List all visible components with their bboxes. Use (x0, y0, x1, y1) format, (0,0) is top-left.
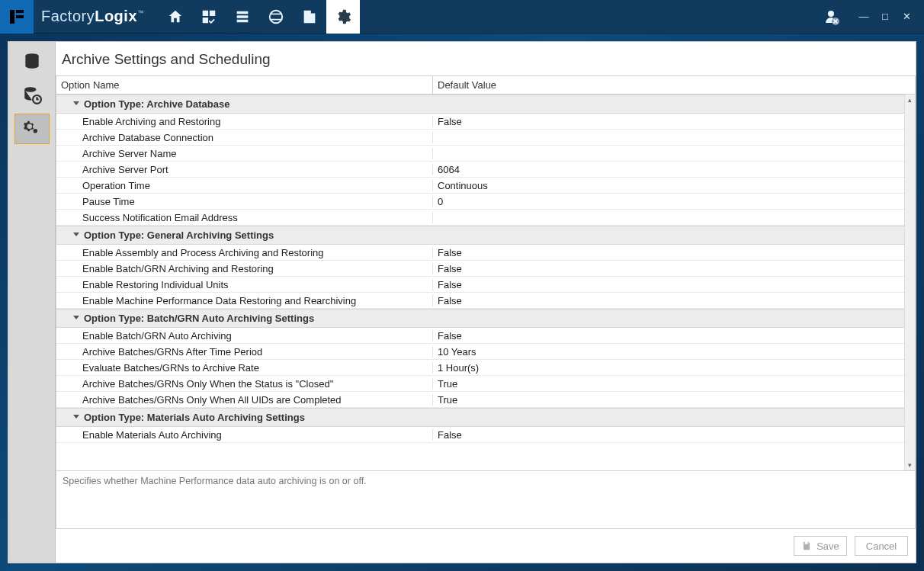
database-clock-icon (22, 85, 42, 105)
option-row[interactable]: Evaluate Batches/GRNs to Archive Rate1 H… (56, 360, 904, 376)
option-row[interactable]: Enable Batch/GRN Archiving and Restoring… (56, 261, 904, 277)
nav-settings[interactable] (326, 0, 360, 34)
option-value[interactable]: 0 (433, 196, 904, 207)
collapse-icon (73, 233, 79, 236)
option-value[interactable]: False (433, 116, 904, 127)
main-panel: Archive Settings and Scheduling Option N… (56, 42, 916, 563)
stack-icon (234, 8, 251, 25)
option-row[interactable]: Enable Machine Performance Data Restorin… (56, 293, 904, 309)
sidebar-item-schedule[interactable] (14, 80, 50, 111)
option-row[interactable]: Archive Database Connection (56, 130, 904, 146)
group-label: Option Type: Archive Database (84, 98, 229, 110)
column-default-value[interactable]: Default Value (433, 76, 915, 94)
collapse-icon (73, 316, 79, 319)
window-controls: — □ ✕ (846, 11, 924, 22)
svg-point-2 (24, 87, 36, 92)
nav-reports[interactable] (293, 0, 326, 34)
option-description: Specifies whether Machine Performance da… (56, 471, 916, 529)
option-value[interactable]: False (433, 429, 904, 441)
option-name: Enable Assembly and Process Archiving an… (56, 247, 433, 258)
footer: Save Cancel (56, 529, 916, 563)
option-row[interactable]: Enable Materials Auto ArchivingFalse (56, 427, 904, 443)
option-row[interactable]: Operation TimeContinuous (56, 178, 904, 194)
option-value[interactable]: False (433, 295, 904, 306)
client-area: Archive Settings and Scheduling Option N… (8, 41, 916, 563)
app-brand: FactoryLogix™ (41, 8, 145, 25)
option-name: Archive Batches/GRNs After Time Period (56, 346, 433, 358)
column-option-name[interactable]: Option Name (56, 76, 433, 94)
option-row[interactable]: Archive Batches/GRNs After Time Period10… (56, 344, 904, 360)
option-name: Operation Time (56, 180, 433, 191)
option-name: Success Notification Email Address (56, 212, 433, 223)
globe-icon (268, 8, 284, 25)
user-menu[interactable] (816, 8, 846, 26)
minimize-button[interactable]: — (858, 11, 869, 22)
option-row[interactable]: Enable Assembly and Process Archiving an… (56, 245, 904, 261)
maximize-button[interactable]: □ (880, 11, 890, 22)
option-value[interactable]: Continuous (433, 180, 904, 191)
nav-archive[interactable] (226, 0, 259, 34)
option-name: Archive Server Port (56, 164, 433, 175)
option-value[interactable]: False (433, 279, 904, 290)
option-row[interactable]: Enable Batch/GRN Auto ArchivingFalse (56, 328, 904, 344)
option-row[interactable]: Success Notification Email Address (56, 210, 904, 226)
option-row[interactable]: Archive Server Port6064 (56, 162, 904, 178)
group-header[interactable]: Option Type: Batch/GRN Auto Archiving Se… (56, 309, 904, 328)
option-name: Enable Restoring Individual Units (56, 279, 433, 290)
sidebar-item-database[interactable] (14, 47, 50, 77)
sidebar (8, 42, 56, 563)
app-logo-icon (8, 8, 26, 26)
option-value[interactable]: True (433, 394, 904, 406)
option-name: Archive Batches/GRNs Only When the Statu… (56, 378, 433, 390)
scroll-down-icon[interactable]: ▾ (908, 460, 912, 470)
option-name: Enable Archiving and Restoring (56, 116, 433, 127)
grid-check-icon (201, 8, 217, 25)
page-title: Archive Settings and Scheduling (56, 42, 916, 75)
close-button[interactable]: ✕ (901, 11, 912, 22)
option-value[interactable]: True (433, 378, 904, 390)
option-row[interactable]: Archive Server Name (56, 146, 904, 162)
cancel-button[interactable]: Cancel (855, 536, 908, 556)
save-button-label: Save (817, 541, 839, 552)
option-value[interactable]: 1 Hour(s) (433, 362, 904, 374)
brand-part-a: Factory (41, 8, 95, 24)
option-value[interactable]: False (433, 263, 904, 274)
group-header[interactable]: Option Type: Materials Auto Archiving Se… (56, 408, 904, 427)
group-header[interactable]: Option Type: Archive Database (56, 95, 904, 114)
grid-body: Option Type: Archive DatabaseEnable Arch… (56, 95, 915, 470)
option-name: Archive Server Name (56, 148, 433, 159)
option-row[interactable]: Pause Time0 (56, 194, 904, 210)
option-name: Enable Materials Auto Archiving (56, 429, 433, 441)
report-icon (301, 8, 318, 25)
option-name: Enable Batch/GRN Archiving and Restoring (56, 263, 433, 274)
nav-home[interactable] (159, 0, 192, 34)
option-name: Enable Batch/GRN Auto Archiving (56, 330, 433, 342)
option-row[interactable]: Enable Archiving and RestoringFalse (56, 114, 904, 130)
option-value[interactable]: 6064 (433, 164, 904, 175)
option-name: Archive Batches/GRNs Only When All UIDs … (56, 394, 433, 406)
group-label: Option Type: Batch/GRN Auto Archiving Se… (84, 313, 314, 324)
option-name: Evaluate Batches/GRNs to Archive Rate (56, 362, 433, 374)
group-header[interactable]: Option Type: General Archiving Settings (56, 226, 904, 245)
option-row[interactable]: Enable Restoring Individual UnitsFalse (56, 277, 904, 293)
home-icon (167, 8, 184, 25)
database-icon (22, 52, 42, 72)
collapse-icon (73, 415, 79, 419)
app-logo-tile (0, 0, 34, 34)
group-label: Option Type: General Archiving Settings (84, 229, 274, 241)
option-value[interactable]: False (433, 247, 904, 258)
gears-icon (22, 119, 42, 139)
option-value[interactable]: 10 Years (433, 346, 904, 358)
settings-grid: Option Name Default Value Option Type: A… (56, 75, 916, 471)
vertical-scrollbar[interactable]: ▴ ▾ (904, 95, 915, 470)
option-row[interactable]: Archive Batches/GRNs Only When All UIDs … (56, 392, 904, 408)
nav-tasks[interactable] (192, 0, 226, 34)
trademark-icon: ™ (137, 9, 145, 17)
sidebar-item-settings[interactable] (14, 114, 50, 144)
option-value[interactable]: False (433, 330, 904, 342)
scroll-up-icon[interactable]: ▴ (908, 95, 912, 105)
save-button[interactable]: Save (794, 536, 847, 556)
option-name: Enable Machine Performance Data Restorin… (56, 295, 433, 306)
option-row[interactable]: Archive Batches/GRNs Only When the Statu… (56, 376, 904, 392)
nav-globe[interactable] (259, 0, 293, 34)
